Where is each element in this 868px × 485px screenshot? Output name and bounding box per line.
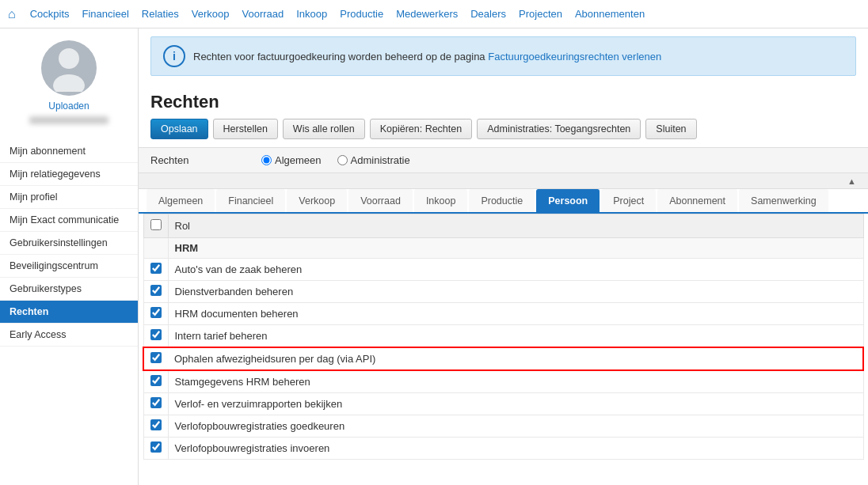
row-checkbox-cell xyxy=(143,347,168,370)
sidebar-item-gebruikerstypes[interactable]: Gebruikerstypes xyxy=(0,278,138,301)
row-checkbox-cell xyxy=(143,393,168,415)
row-label: Auto's van de zaak beheren xyxy=(168,259,863,281)
tab-inkoop[interactable]: Inkoop xyxy=(414,189,468,212)
rol-column-header: Rol xyxy=(168,214,863,238)
nav-item-abonnementen[interactable]: Abonnementen xyxy=(575,8,645,20)
radio-algemeen-input[interactable] xyxy=(261,155,272,165)
row-checkbox[interactable] xyxy=(150,441,162,453)
tab-samenwerking[interactable]: Samenwerking xyxy=(739,189,828,212)
info-icon: i xyxy=(163,45,185,67)
collapse-icon[interactable]: ▲ xyxy=(847,176,856,186)
main-content: i Rechten voor factuurgoedkeuring worden… xyxy=(139,28,868,485)
main-layout: Uploaden Mijn abonnementMijn relatiegege… xyxy=(0,28,868,485)
radio-algemeen-label: Algemeen xyxy=(275,154,322,166)
administraties-toegangsrechten-button[interactable]: Administraties: Toegangsrechten xyxy=(477,119,641,139)
row-checkbox[interactable] xyxy=(150,397,162,408)
row-label: Verlofopbouwregistraties invoeren xyxy=(168,438,863,460)
tab-persoon[interactable]: Persoon xyxy=(536,189,600,212)
table-row: Intern tarief beheren xyxy=(143,325,863,348)
svg-point-0 xyxy=(59,48,79,69)
row-label: Verlof- en verzuimrapporten bekijken xyxy=(168,393,863,415)
row-checkbox[interactable] xyxy=(150,307,162,318)
row-label: Dienstverbanden beheren xyxy=(168,281,863,303)
row-label: Stamgegevens HRM beheren xyxy=(168,370,863,393)
page-title: Rechten xyxy=(139,84,868,119)
select-all-header xyxy=(143,214,168,238)
table-row: Verlofopbouwregistraties goedkeuren xyxy=(143,415,863,438)
avatar-silhouette-icon xyxy=(49,44,89,92)
sidebar-item-mijn-relatiegegevens[interactable]: Mijn relatiegegevens xyxy=(0,163,138,186)
row-checkbox-cell xyxy=(143,325,168,348)
radio-section-label: Rechten xyxy=(150,154,246,166)
user-name-blurred xyxy=(29,116,108,124)
sidebar-item-early-access[interactable]: Early Access xyxy=(0,324,138,347)
row-checkbox[interactable] xyxy=(150,352,162,363)
radio-algemeen[interactable]: Algemeen xyxy=(261,154,322,166)
toolbar: OpslaanHerstellenWis alle rollenKopiëren… xyxy=(139,119,868,147)
tab-voorraad[interactable]: Voorraad xyxy=(348,189,413,212)
nav-item-financieel[interactable]: Financieel xyxy=(82,8,129,20)
nav-item-productie[interactable]: Productie xyxy=(340,8,383,20)
table-row: Ophalen afwezigheidsuren per dag (via AP… xyxy=(143,347,863,370)
tab-verkoop[interactable]: Verkoop xyxy=(287,189,347,212)
table-row: Verlofopbouwregistraties invoeren xyxy=(143,438,863,460)
herstellen-button[interactable]: Herstellen xyxy=(213,119,278,139)
tab-project[interactable]: Project xyxy=(601,189,656,212)
tabs-row: AlgemeenFinancieelVerkoopVoorraadInkoopP… xyxy=(139,189,868,214)
group-label: HRM xyxy=(168,238,863,259)
row-checkbox-cell xyxy=(143,438,168,460)
kopieren-rechten-button[interactable]: Kopiëren: Rechten xyxy=(370,119,473,139)
row-checkbox[interactable] xyxy=(150,375,162,386)
radio-administratie-input[interactable] xyxy=(337,155,348,165)
nav-item-verkoop[interactable]: Verkoop xyxy=(192,8,230,20)
row-checkbox[interactable] xyxy=(150,263,162,274)
nav-item-voorraad[interactable]: Voorraad xyxy=(242,8,284,20)
sidebar-item-mijn-exact-communicatie[interactable]: Mijn Exact communicatie xyxy=(0,209,138,232)
radio-administratie-label: Administratie xyxy=(351,154,410,166)
row-checkbox-cell xyxy=(143,281,168,303)
opslaan-button[interactable]: Opslaan xyxy=(150,119,208,139)
radio-administratie[interactable]: Administratie xyxy=(337,154,410,166)
nav-item-medewerkers[interactable]: Medewerkers xyxy=(396,8,458,20)
collapse-row: ▲ xyxy=(139,173,868,189)
row-checkbox-cell xyxy=(143,303,168,325)
sidebar-nav: Mijn abonnementMijn relatiegegevensMijn … xyxy=(0,140,138,485)
row-checkbox-cell xyxy=(143,370,168,393)
nav-item-projecten[interactable]: Projecten xyxy=(519,8,562,20)
sluiten-button[interactable]: Sluiten xyxy=(645,119,696,139)
row-label: HRM documenten beheren xyxy=(168,303,863,325)
row-checkbox[interactable] xyxy=(150,419,162,430)
sidebar-item-beveiligingscentrum[interactable]: Beveiligingscentrum xyxy=(0,255,138,278)
row-checkbox-cell xyxy=(143,415,168,438)
table-group-header: HRM xyxy=(143,238,863,259)
tab-abonnement[interactable]: Abonnement xyxy=(657,189,737,212)
sidebar-item-gebruikersinstellingen[interactable]: Gebruikersinstellingen xyxy=(0,232,138,255)
table-wrapper: Rol HRMAuto's van de zaak beherenDienstv… xyxy=(139,214,868,460)
tab-algemeen[interactable]: Algemeen xyxy=(147,189,215,212)
table-row: Stamgegevens HRM beheren xyxy=(143,370,863,393)
wis-alle-rollen-button[interactable]: Wis alle rollen xyxy=(283,119,365,139)
upload-link[interactable]: Uploaden xyxy=(48,100,89,112)
nav-item-inkoop[interactable]: Inkoop xyxy=(296,8,327,20)
sidebar-item-mijn-abonnement[interactable]: Mijn abonnement xyxy=(0,140,138,163)
nav-item-dealers[interactable]: Dealers xyxy=(470,8,506,20)
nav-item-relaties[interactable]: Relaties xyxy=(142,8,179,20)
tab-financieel[interactable]: Financieel xyxy=(216,189,285,212)
nav-item-cockpits[interactable]: Cockpits xyxy=(30,8,70,20)
row-checkbox[interactable] xyxy=(150,285,162,296)
tab-productie[interactable]: Productie xyxy=(469,189,535,212)
row-label: Verlofopbouwregistraties goedkeuren xyxy=(168,415,863,438)
sidebar-item-mijn-profiel[interactable]: Mijn profiel xyxy=(0,186,138,209)
table-row: Dienstverbanden beheren xyxy=(143,281,863,303)
sidebar-item-rechten[interactable]: Rechten xyxy=(0,301,138,324)
rights-table: Rol HRMAuto's van de zaak beherenDienstv… xyxy=(143,214,864,460)
select-all-checkbox[interactable] xyxy=(150,219,162,230)
info-banner-text: Rechten voor factuurgoedkeuring worden b… xyxy=(193,51,661,63)
home-icon[interactable]: ⌂ xyxy=(8,7,16,21)
row-checkbox-cell xyxy=(143,259,168,281)
table-row: Auto's van de zaak beheren xyxy=(143,259,863,281)
svg-point-1 xyxy=(53,74,85,92)
info-banner: i Rechten voor factuurgoedkeuring worden… xyxy=(150,36,856,76)
row-checkbox[interactable] xyxy=(150,329,162,340)
info-banner-link[interactable]: Factuurgoedkeuringsrechten verlenen xyxy=(488,51,661,63)
